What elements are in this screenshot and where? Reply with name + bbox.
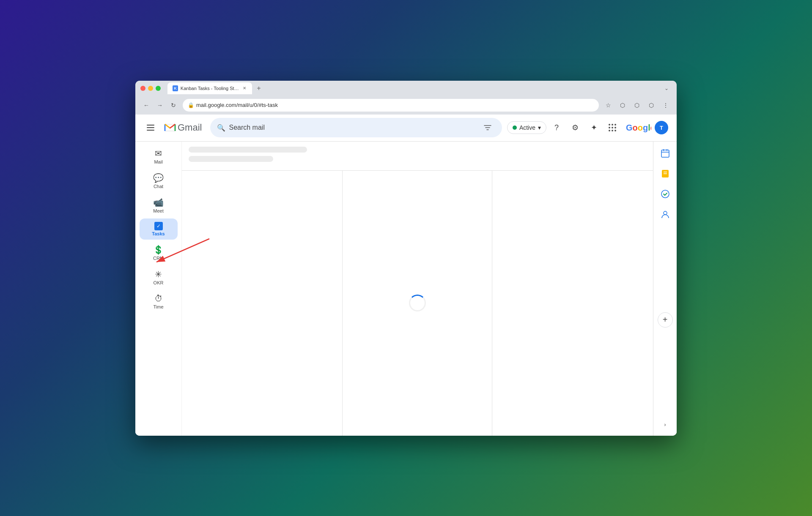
nav-item-okr-label: OKR — [154, 280, 164, 285]
nav-item-chat[interactable]: 💬 Chat — [140, 169, 178, 192]
traffic-lights — [140, 86, 161, 91]
active-status-badge[interactable]: Active ▾ — [507, 121, 546, 134]
gmail-m-icon — [164, 122, 176, 134]
sidebar-add-button[interactable]: + — [658, 312, 673, 328]
svg-point-22 — [664, 211, 667, 215]
browser-action-buttons: ☆ ⬡ ⬡ ⬡ ⋮ — [602, 99, 672, 111]
sidebar-keep-button[interactable] — [657, 165, 674, 182]
search-icon: 🔍 — [217, 124, 225, 132]
content-panels — [182, 170, 653, 436]
extension-button-3[interactable]: ⬡ — [645, 99, 657, 111]
panel-center — [343, 171, 492, 436]
tab-favicon: K — [173, 85, 178, 91]
svg-rect-14 — [661, 150, 669, 157]
nav-item-crm-label: CRM — [153, 256, 164, 261]
bookmark-button[interactable]: ☆ — [602, 99, 614, 111]
navigation-buttons: ← → ↻ — [140, 99, 179, 111]
security-icon: 🔒 — [188, 102, 194, 108]
chat-icon: 💬 — [153, 173, 164, 183]
nav-item-meet-label: Meet — [153, 208, 163, 213]
new-tab-button[interactable]: + — [254, 83, 264, 93]
tab-overflow-button[interactable]: ⌄ — [661, 83, 672, 93]
time-icon: ⏱ — [154, 294, 163, 303]
browser-window: K Kanban Tasks - Tooling Studi... ✕ + ⌄ … — [135, 81, 677, 436]
address-input[interactable]: 🔒 mail.google.com/mail/u/0/#ts-task — [183, 99, 599, 112]
gmail-app: Gmail 🔍 Search mail Active ▾ ? ⚙ — [135, 115, 677, 436]
hamburger-menu-button[interactable] — [142, 119, 159, 136]
address-bar: ← → ↻ 🔒 mail.google.com/mail/u/0/#ts-tas… — [135, 96, 677, 115]
svg-point-3 — [609, 124, 610, 126]
gmail-main: ✉ Mail 💬 Chat 📹 Meet ✓ Tasks — [135, 142, 677, 436]
skeleton-bar-2 — [189, 156, 273, 162]
svg-rect-2 — [147, 130, 154, 131]
google-wordmark: Google — [626, 123, 651, 133]
tab-bar: K Kanban Tasks - Tooling Studi... ✕ + ⌄ — [167, 82, 672, 94]
extension-button-2[interactable]: ⬡ — [631, 99, 643, 111]
sidebar-calendar-button[interactable] — [657, 145, 674, 162]
nav-item-chat-label: Chat — [154, 184, 163, 189]
more-options-button[interactable]: ⋮ — [660, 99, 672, 111]
svg-point-5 — [614, 124, 616, 126]
nav-item-mail-label: Mail — [154, 159, 162, 164]
search-filter-button[interactable] — [480, 120, 495, 135]
crm-icon: 💲 — [153, 245, 164, 255]
tasks-icon: ✓ — [154, 222, 163, 230]
sparkle-button[interactable]: ✦ — [585, 119, 602, 136]
okr-icon: ✳ — [155, 269, 162, 279]
minimize-button[interactable] — [148, 86, 153, 91]
svg-point-6 — [609, 127, 610, 128]
gmail-logo-text: Gmail — [178, 122, 202, 133]
settings-button[interactable]: ⚙ — [567, 119, 584, 136]
meet-icon: 📹 — [153, 197, 164, 207]
nav-item-time[interactable]: ⏱ Time — [140, 290, 178, 313]
nav-item-meet[interactable]: 📹 Meet — [140, 194, 178, 217]
gmail-header: Gmail 🔍 Search mail Active ▾ ? ⚙ — [135, 115, 677, 142]
mail-icon: ✉ — [155, 148, 162, 158]
nav-item-okr[interactable]: ✳ OKR — [140, 266, 178, 289]
maximize-button[interactable] — [156, 86, 161, 91]
help-button[interactable]: ? — [548, 119, 565, 136]
svg-rect-0 — [147, 125, 154, 126]
svg-point-8 — [614, 127, 616, 128]
search-input[interactable]: Search mail — [229, 124, 476, 131]
profile-button[interactable]: T — [653, 119, 670, 136]
nav-item-tasks[interactable]: ✓ Tasks — [140, 218, 178, 240]
sidebar-chevron-button[interactable]: › — [658, 417, 673, 432]
svg-point-10 — [612, 130, 613, 131]
forward-button[interactable]: → — [154, 99, 166, 111]
content-area — [182, 142, 653, 436]
svg-point-9 — [609, 130, 610, 131]
svg-text:Google: Google — [626, 123, 651, 132]
active-status-text: Active — [519, 124, 535, 131]
nav-item-mail[interactable]: ✉ Mail — [140, 145, 178, 168]
sidebar-tasks-button[interactable] — [657, 186, 674, 202]
skeleton-loading — [182, 142, 653, 170]
google-apps-button[interactable] — [604, 119, 621, 136]
active-chevron-icon: ▾ — [538, 124, 541, 131]
nav-item-tasks-label: Tasks — [152, 231, 165, 236]
svg-point-7 — [612, 127, 613, 128]
gmail-left-nav: ✉ Mail 💬 Chat 📹 Meet ✓ Tasks — [135, 142, 182, 436]
panel-left — [182, 171, 343, 436]
active-tab[interactable]: K Kanban Tasks - Tooling Studi... ✕ — [167, 82, 252, 94]
tab-close-button[interactable]: ✕ — [241, 85, 247, 91]
nav-item-time-label: Time — [153, 304, 163, 309]
svg-point-4 — [612, 124, 613, 126]
nav-item-crm[interactable]: 💲 CRM — [140, 241, 178, 264]
refresh-button[interactable]: ↻ — [167, 99, 179, 111]
sidebar-contacts-button[interactable] — [657, 206, 674, 223]
skeleton-bar-1 — [189, 147, 307, 153]
tab-title: Kanban Tasks - Tooling Studi... — [181, 86, 239, 91]
close-button[interactable] — [140, 86, 145, 91]
title-bar: K Kanban Tasks - Tooling Studi... ✕ + ⌄ — [135, 81, 677, 96]
back-button[interactable]: ← — [140, 99, 152, 111]
google-logo: Google — [626, 123, 651, 133]
url-text: mail.google.com/mail/u/0/#ts-task — [196, 102, 594, 108]
gmail-logo: Gmail — [164, 122, 202, 134]
svg-rect-1 — [147, 127, 154, 128]
panel-right — [492, 171, 653, 436]
header-right: Active ▾ ? ⚙ ✦ — [507, 119, 670, 136]
extension-button-1[interactable]: ⬡ — [617, 99, 628, 111]
search-bar[interactable]: 🔍 Search mail — [210, 118, 502, 137]
loading-spinner — [409, 295, 426, 311]
